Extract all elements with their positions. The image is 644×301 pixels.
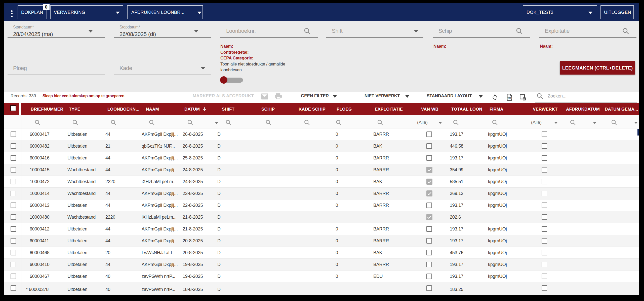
svg-text:XLSX: XLSX [507,97,512,99]
